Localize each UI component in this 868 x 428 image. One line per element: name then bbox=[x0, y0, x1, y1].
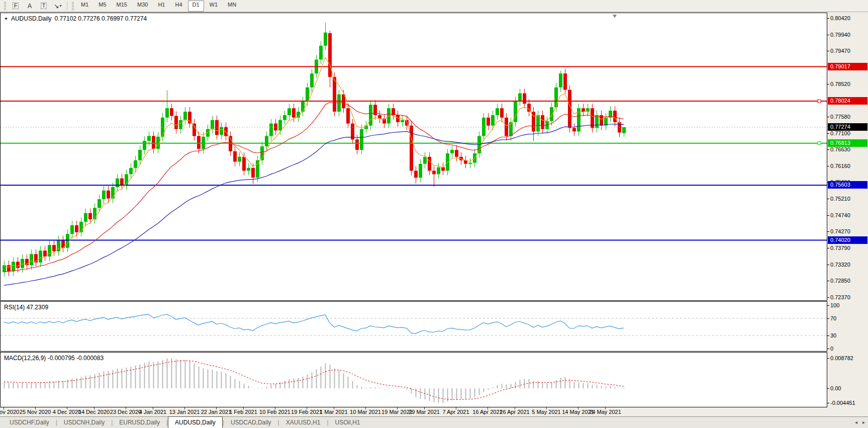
price-tick-mark bbox=[827, 117, 829, 117]
timeframe-button-m30[interactable]: M30 bbox=[133, 1, 152, 12]
rsi-tick-mark bbox=[827, 305, 829, 306]
price-tick-mark bbox=[827, 215, 829, 216]
price-tick-mark bbox=[827, 166, 829, 166]
price-level-badge: 0.78024 bbox=[828, 97, 867, 105]
chart-shift-marker-icon bbox=[613, 15, 617, 18]
price-level-badge: 0.74020 bbox=[828, 236, 867, 244]
arrow-objects-button[interactable]: ↘▾ bbox=[51, 1, 65, 11]
price-level-badge: 0.75603 bbox=[828, 181, 867, 189]
moving-averages-layer bbox=[4, 57, 624, 285]
tab-scroll-buttons: ◂ ▸ bbox=[855, 419, 865, 425]
chart-title: ▼ AUDUSD,Daily 0.77102 0.77276 0.76997 0… bbox=[4, 15, 147, 22]
price-tick-mark bbox=[827, 18, 829, 19]
chart-tab-usoil[interactable]: USOil,H1 bbox=[329, 417, 367, 428]
timeframe-button-d1[interactable]: D1 bbox=[188, 1, 204, 12]
level-lines-layer bbox=[1, 67, 827, 240]
tab-scroll-left-icon[interactable]: ◂ bbox=[855, 419, 857, 425]
candles-layer bbox=[3, 23, 626, 277]
timeframe-button-h4[interactable]: H4 bbox=[170, 1, 186, 12]
price-tick-label: 0.75210 bbox=[830, 196, 867, 202]
price-level-badge: 0.76813 bbox=[828, 139, 867, 147]
candlestick-chart[interactable] bbox=[1, 13, 827, 300]
moving-average-line bbox=[4, 124, 624, 285]
rsi-tick-label: 100 bbox=[830, 302, 867, 309]
price-tick-mark bbox=[827, 199, 829, 199]
chart-tab-usdcnh[interactable]: USDCNH,Daily bbox=[57, 417, 111, 428]
rsi-tick-label: 70 bbox=[830, 315, 867, 322]
chart-tab-xauusd[interactable]: XAUUSD,H1 bbox=[279, 417, 327, 428]
tab-scroll-right-icon[interactable]: ▸ bbox=[862, 419, 865, 425]
price-tick-label: 0.79470 bbox=[830, 48, 867, 54]
chart-menu-icon[interactable]: ▼ bbox=[4, 17, 8, 21]
trading-platform-window: { "toolbar": { "tools": [ {"name": "fibo… bbox=[0, 0, 868, 428]
macd-tick-label: 0.008782 bbox=[830, 355, 867, 362]
moving-average-line bbox=[4, 57, 624, 267]
chart-tab-eurusd[interactable]: EURUSD,Daily bbox=[113, 417, 166, 428]
fibonacci-retracement-button[interactable]: F bbox=[9, 1, 23, 11]
dropdown-caret-icon[interactable]: ▾ bbox=[60, 4, 62, 8]
timeframe-toolbar: M1M5M15M30H1H4D1W1MN bbox=[76, 1, 241, 12]
price-tick-label: 0.79940 bbox=[830, 32, 867, 38]
chart-tab-usdcad[interactable]: USDCAD,Daily bbox=[224, 417, 278, 428]
price-tick-label: 0.76630 bbox=[830, 146, 867, 153]
price-tick-label: 0.73790 bbox=[830, 245, 867, 251]
price-tick-label: 0.80420 bbox=[830, 15, 867, 22]
moving-average-line bbox=[4, 102, 624, 272]
price-tick-label: 0.73320 bbox=[830, 262, 867, 268]
rsi-tick-label: 0 bbox=[830, 346, 867, 352]
arrow-objects-icon: ↘ bbox=[54, 3, 59, 10]
toolbar-grip[interactable] bbox=[4, 2, 6, 10]
rsi-label: RSI(14) 47.2309 bbox=[4, 304, 48, 311]
macd-label: MACD(12,26,9) -0.000795 -0.000083 bbox=[4, 355, 104, 362]
price-level-badge: 0.77274 bbox=[828, 123, 867, 131]
macd-signal-line bbox=[4, 361, 624, 399]
timeframe-button-m1[interactable]: M1 bbox=[76, 1, 93, 12]
top-toolbar: FAT↘▾ M1M5M15M30H1H4D1W1MN bbox=[0, 0, 868, 12]
price-tick-label: 0.72370 bbox=[830, 294, 867, 301]
time-axis[interactable]: 16 Nov 202025 Nov 20204 Dec 202014 Dec 2… bbox=[0, 407, 868, 416]
price-level-badge: 0.79017 bbox=[828, 63, 867, 70]
chart-tab-audusd[interactable]: AUDUSD,Daily bbox=[168, 416, 223, 428]
price-tick-mark bbox=[827, 265, 829, 265]
price-tick-label: 0.74740 bbox=[830, 212, 867, 219]
date-label: 24 May 2021 bbox=[583, 409, 628, 415]
macd-chart[interactable] bbox=[1, 353, 827, 407]
toolbar-grip[interactable] bbox=[72, 2, 74, 10]
macd-tick-mark bbox=[827, 388, 829, 389]
rsi-tick-mark bbox=[827, 335, 829, 336]
price-tick-label: 0.74270 bbox=[830, 228, 867, 235]
timeframe-button-w1[interactable]: W1 bbox=[205, 1, 223, 12]
timeframe-button-m15[interactable]: M15 bbox=[112, 1, 132, 12]
text-label-button[interactable]: T bbox=[37, 1, 51, 11]
macd-tick-mark bbox=[827, 358, 829, 359]
macd-tick-label: 0.00 bbox=[830, 385, 867, 392]
timeframe-button-h1[interactable]: H1 bbox=[153, 1, 169, 12]
toolbar-separator bbox=[67, 2, 67, 11]
macd-histogram-layer bbox=[5, 358, 624, 403]
price-tick-mark bbox=[827, 133, 829, 134]
macd-indicator-pane[interactable]: MACD(12,26,9) -0.000795 -0.000083 bbox=[0, 352, 827, 407]
price-tick-mark bbox=[827, 51, 829, 51]
price-tick-mark bbox=[827, 248, 829, 248]
price-tick-label: 0.76160 bbox=[830, 163, 867, 169]
rsi-tick-mark bbox=[827, 349, 829, 349]
price-axis[interactable]: 0.804200.799400.794700.785200.775800.771… bbox=[827, 13, 868, 407]
price-tick-mark bbox=[827, 231, 829, 232]
chart-tab-usdchf[interactable]: USDCHF,Daily bbox=[3, 417, 56, 428]
rsi-chart[interactable] bbox=[1, 302, 827, 351]
price-tick-mark bbox=[827, 149, 829, 150]
price-tick-mark bbox=[827, 35, 829, 35]
text-label-icon: T bbox=[41, 3, 47, 9]
text-annotation-icon: A bbox=[28, 3, 32, 10]
text-annotation-button[interactable]: A bbox=[23, 1, 37, 11]
rsi-line bbox=[4, 314, 624, 333]
rsi-indicator-pane[interactable]: RSI(14) 47.2309 bbox=[0, 301, 827, 352]
timeframe-button-mn[interactable]: MN bbox=[223, 1, 241, 12]
rsi-tick-mark bbox=[827, 318, 829, 319]
price-tick-label: 0.77100 bbox=[830, 130, 867, 137]
price-chart-pane[interactable]: ▼ AUDUSD,Daily 0.77102 0.77276 0.76997 0… bbox=[0, 13, 827, 301]
price-tick-label: 0.72850 bbox=[830, 278, 867, 284]
timeframe-button-m5[interactable]: M5 bbox=[94, 1, 111, 12]
price-tick-mark bbox=[827, 297, 829, 298]
price-tick-label: 0.77580 bbox=[830, 114, 867, 120]
